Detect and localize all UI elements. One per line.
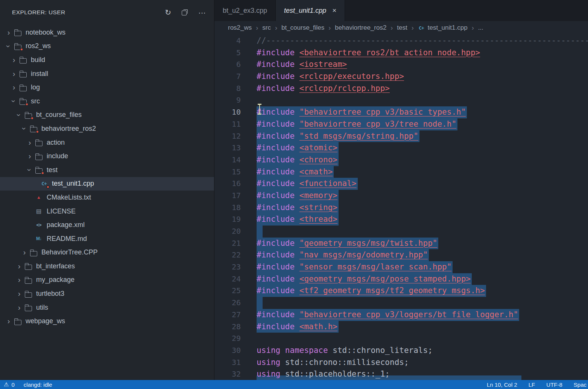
code-token: <rclcpp/executors.hpp> — [299, 72, 404, 81]
line-number: 9 — [214, 94, 241, 106]
breadcrumb-item-test-unit1-cpp[interactable]: C+test_unit1.cpp — [418, 24, 468, 32]
sidebar-item-bt-interfaces[interactable]: ›bt_interfaces — [0, 259, 214, 273]
sidebar-item-utils[interactable]: ›utils — [0, 301, 214, 315]
code-line-29: 29 — [214, 333, 588, 345]
code-token: <cmath> — [299, 167, 333, 176]
breadcrumb-item-ros2-ws[interactable]: ros2_ws — [228, 24, 252, 32]
sidebar-item-install[interactable]: ›install — [0, 67, 214, 81]
code-token: #include — [257, 286, 299, 295]
chevron-right-icon[interactable]: › — [20, 249, 29, 256]
sidebar-item-test-unit1-cpp[interactable]: C+test_unit1.cpp — [0, 177, 214, 191]
sidebar-item-my-package[interactable]: ›my_package — [0, 273, 214, 287]
problems-indicator[interactable]: ⚠ 0 — [4, 381, 15, 388]
line-text: #include "behaviortree_cpp_v3/tree_node.… — [257, 118, 457, 130]
chevron-spacer — [25, 207, 35, 215]
item-label: include — [47, 152, 68, 160]
refresh-icon[interactable]: ↻ — [165, 9, 171, 16]
breadcrumb-item-test[interactable]: test — [397, 24, 407, 32]
sidebar-item-ros2-ws[interactable]: ›ros2_ws — [0, 39, 214, 53]
line-number: 12 — [214, 130, 241, 142]
sidebar-item-include[interactable]: ›include — [0, 149, 214, 163]
code-editor[interactable]: 4//-------------------------------------… — [214, 35, 588, 380]
status-utf-8[interactable]: UTF-8 — [546, 381, 562, 388]
sidebar-item-test[interactable]: ›test — [0, 163, 214, 177]
chevron-down-icon[interactable]: › — [10, 96, 18, 106]
line-text: #include <functional> — [257, 178, 358, 190]
breadcrumb-item-item[interactable]: ... — [478, 24, 483, 32]
status-ln-10-col-2[interactable]: Ln 10, Col 2 — [487, 381, 517, 388]
close-icon[interactable]: × — [332, 6, 336, 15]
line-text: #include "behaviortree_cpp_v3/loggers/bt… — [257, 309, 519, 321]
code-line-13: 13#include <atomic> — [214, 142, 588, 154]
code-token: #include — [257, 262, 299, 271]
item-label: webpage_ws — [26, 317, 65, 325]
sidebar-item-src[interactable]: ›src — [0, 94, 214, 108]
sidebar-item-package-xml[interactable]: <>package.xml — [0, 218, 214, 232]
clangd-status[interactable]: clangd: idle — [24, 381, 52, 388]
status-left: ⚠ 0 clangd: idle — [4, 381, 52, 388]
modified-dot-badge — [20, 48, 23, 51]
sidebar-item-build[interactable]: ›build — [0, 53, 214, 67]
breadcrumb-item-behaviortree-ros2[interactable]: behaviortree_ros2 — [335, 24, 386, 32]
folder-icon — [35, 166, 43, 173]
chevron-down-icon[interactable]: › — [15, 110, 23, 120]
code-token: <memory> — [299, 191, 337, 200]
sidebar-item-readme-md[interactable]: M↓README.md — [0, 232, 214, 246]
folder-icon — [14, 43, 22, 50]
code-line-10: 10#include "behaviortree_cpp_v3/basic_ty… — [214, 106, 588, 118]
license-file-icon: ▤ — [35, 208, 43, 215]
chevron-right-icon[interactable]: › — [14, 276, 24, 284]
more-actions-icon[interactable]: ··· — [198, 9, 206, 16]
breadcrumb-item-src[interactable]: src — [262, 24, 271, 32]
chevron-right-icon[interactable]: › — [25, 153, 35, 160]
chevron-down-icon[interactable]: › — [26, 165, 33, 175]
code-token: "nav_msgs/msg/odometry.hpp" — [299, 250, 428, 259]
chevron-right-icon[interactable]: › — [9, 70, 19, 77]
code-token: <functional> — [299, 179, 357, 188]
chevron-right-icon[interactable]: › — [14, 290, 24, 298]
sidebar-item-behaviortree-cpp[interactable]: ›BehaviorTree.CPP — [0, 246, 214, 260]
chevron-down-icon[interactable]: › — [21, 124, 28, 133]
line-text: #include <cmath> — [257, 166, 334, 178]
collapse-folders-icon[interactable] — [182, 9, 188, 15]
file-tree: ›notebook_ws›ros2_ws›build›install›log›s… — [0, 25, 214, 380]
chevron-down-icon[interactable]: › — [5, 41, 12, 51]
warning-icon: ⚠ — [4, 381, 9, 388]
chevron-right-icon[interactable]: › — [9, 56, 19, 64]
code-token: #include — [257, 215, 299, 224]
item-label: behaviortree_ros2 — [41, 125, 96, 133]
code-token: #include — [257, 179, 299, 188]
sidebar-item-cmakelists-txt[interactable]: ▲CMakeLists.txt — [0, 191, 214, 204]
tab-bt-u2-ex3-cpp[interactable]: bt_u2_ex3.cpp — [214, 0, 276, 21]
status-lf[interactable]: LF — [529, 381, 535, 388]
sidebar-item-action[interactable]: ›action — [0, 136, 214, 150]
line-number: 23 — [214, 261, 241, 273]
breadcrumb-item-bt-course-files[interactable]: bt_course_files — [281, 24, 324, 32]
code-line-15: 15#include <cmath> — [214, 166, 588, 178]
chevron-right-icon[interactable]: › — [14, 304, 24, 311]
line-text: #include <tf2_geometry_msgs/tf2_geometry… — [257, 285, 486, 297]
code-token: "geometry_msgs/msg/twist.hpp" — [299, 239, 438, 248]
chevron-right-icon[interactable]: › — [9, 84, 19, 91]
item-label: build — [31, 56, 45, 64]
chevron-right-icon[interactable]: › — [4, 29, 14, 36]
line-number: 22 — [214, 249, 241, 261]
sidebar-item-bt-course-files[interactable]: ›bt_course_files — [0, 108, 214, 122]
line-number: 19 — [214, 213, 241, 226]
code-token: #include — [257, 322, 299, 331]
sidebar-item-turtlebot3[interactable]: ›turtlebot3 — [0, 287, 214, 301]
sidebar-item-webpage-ws[interactable]: ›webpage_ws — [0, 314, 214, 328]
cpp-file-icon: C+ — [418, 24, 425, 31]
sidebar-item-license[interactable]: ▤LICENSE — [0, 204, 214, 218]
line-number: 14 — [214, 154, 241, 166]
sidebar-item-behaviortree-ros2[interactable]: ›behaviortree_ros2 — [0, 122, 214, 136]
sidebar-item-notebook-ws[interactable]: ›notebook_ws — [0, 26, 214, 39]
line-number: 27 — [214, 309, 241, 321]
status-spac[interactable]: Spac — [574, 381, 586, 388]
tab-label: bt_u2_ex3.cpp — [223, 7, 267, 15]
chevron-right-icon[interactable]: › — [4, 318, 14, 325]
chevron-right-icon[interactable]: › — [14, 262, 24, 270]
chevron-right-icon[interactable]: › — [25, 139, 35, 146]
sidebar-item-log[interactable]: ›log — [0, 80, 214, 94]
tab-test-unit1-cpp[interactable]: test_unit1.cpp× — [276, 0, 345, 21]
